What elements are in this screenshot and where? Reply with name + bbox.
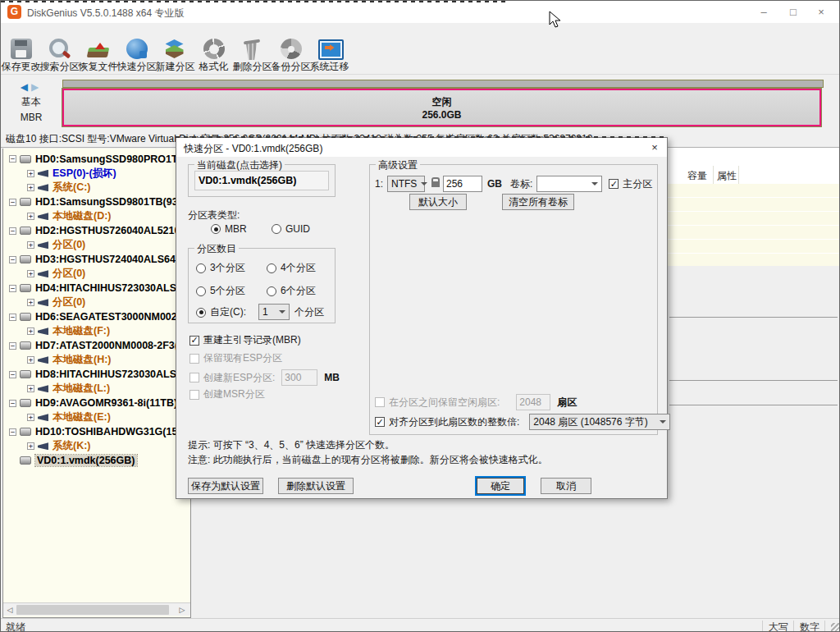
tree-toggle-icon[interactable]: −: [9, 371, 16, 378]
checkbox-msr[interactable]: 创建MSR分区: [189, 387, 265, 401]
tree-item[interactable]: − HD10:TOSHIBAHDWG31G(15TB): [3, 425, 191, 440]
free-space-bar[interactable]: 空闲 256.0GB: [62, 89, 821, 126]
checkbox-icon[interactable]: [189, 390, 199, 400]
toolbar-button[interactable]: 搜索分区: [40, 37, 79, 74]
tree-item[interactable]: VD0:1.vmdk(256GB): [3, 454, 191, 469]
toolbar-button[interactable]: 恢复文件: [79, 37, 117, 74]
close-button[interactable]: ×: [805, 1, 838, 24]
checkbox-keep-esp[interactable]: 保留现有ESP分区: [189, 351, 282, 365]
tree-item[interactable]: − HD4:HITACHIHUS723030ALS640(: [3, 282, 191, 296]
radio-icon[interactable]: [267, 263, 276, 273]
tree-toggle-icon[interactable]: +: [27, 184, 34, 191]
tree-item[interactable]: + 系统(K:): [3, 439, 191, 454]
radio-icon[interactable]: [267, 286, 276, 296]
checkbox-icon[interactable]: [375, 417, 385, 427]
column-capacity[interactable]: 容量: [687, 169, 707, 183]
radio-icon[interactable]: [196, 286, 206, 296]
toolbar-button[interactable]: 备份分区: [272, 37, 310, 74]
cancel-button[interactable]: 取消: [541, 478, 591, 494]
keep-free-input[interactable]: 2048: [516, 394, 550, 410]
checkbox-icon[interactable]: [375, 397, 385, 407]
toolbar-button[interactable]: 保存更改: [2, 37, 40, 74]
default-size-button[interactable]: 默认大小: [409, 194, 467, 210]
tree-item[interactable]: + 本地磁盘(F:): [3, 324, 191, 339]
tree-item[interactable]: − HD2:HGSTHUS726040AL5210(372: [3, 224, 191, 239]
radio-guid[interactable]: GUID: [272, 223, 310, 235]
resize-grip[interactable]: [831, 623, 839, 631]
tree-item[interactable]: + 本地磁盘(H:): [3, 353, 191, 368]
lock-icon[interactable]: [431, 181, 440, 187]
primary-partition-checkbox[interactable]: [609, 179, 619, 189]
tree-item[interactable]: + 分区(0): [3, 295, 191, 310]
radio-mbr[interactable]: MBR: [211, 223, 247, 235]
tree-item[interactable]: − HD6:SEAGATEST3000NM0023(279: [3, 310, 191, 325]
delete-default-button[interactable]: 删除默认设置: [278, 478, 354, 494]
column-attributes[interactable]: 属性: [717, 169, 737, 183]
volume-label-select[interactable]: [536, 176, 602, 192]
tree-toggle-icon[interactable]: +: [27, 299, 34, 306]
toolbar-button[interactable]: 快速分区: [117, 37, 156, 74]
radio-5-partitions[interactable]: 5个分区: [196, 284, 245, 298]
tree-item[interactable]: + 本地磁盘(D:): [3, 209, 191, 224]
clear-labels-button[interactable]: 清空所有卷标: [502, 194, 574, 210]
tree-toggle-icon[interactable]: −: [9, 285, 16, 292]
tree-item[interactable]: + ESP(0)-(损坏): [3, 167, 191, 181]
radio-4-partitions[interactable]: 4个分区: [267, 261, 316, 275]
dialog-title-bar[interactable]: 快速分区 - VD0:1.vmdk(256GB) ×: [176, 138, 667, 157]
checkbox-icon[interactable]: [189, 373, 199, 382]
count-select[interactable]: 1: [258, 304, 290, 320]
tree-item[interactable]: + 分区(0): [3, 267, 191, 282]
radio-3-partitions[interactable]: 3个分区: [196, 261, 245, 275]
tree-toggle-icon[interactable]: −: [9, 400, 16, 407]
radio-icon[interactable]: [196, 308, 206, 318]
tree-toggle-icon[interactable]: −: [9, 227, 16, 235]
current-disk-value[interactable]: VD0:1.vmdk(256GB): [194, 171, 329, 190]
tree-toggle-icon[interactable]: +: [27, 170, 34, 177]
tree-toggle-icon[interactable]: +: [27, 213, 34, 220]
tree-item[interactable]: − HD3:HGSTHUS724040ALS640(372: [3, 253, 191, 268]
scroll-right-icon[interactable]: ▷: [177, 605, 187, 615]
tree-toggle-icon[interactable]: +: [27, 270, 34, 277]
tree-toggle-icon[interactable]: +: [27, 356, 34, 364]
tree-item[interactable]: − HD7:ATAST2000NM0008-2F3(186: [3, 339, 191, 354]
radio-custom-count[interactable]: 自定(C):: [196, 305, 246, 319]
tree-toggle-icon[interactable]: −: [9, 314, 16, 321]
next-disk-arrow-icon[interactable]: ▶: [31, 81, 42, 93]
tree-item[interactable]: + 系统(C:): [3, 181, 191, 195]
tree-item[interactable]: − HD8:HITACHIHUS723030ALS640(: [3, 368, 191, 382]
toolbar-button[interactable]: 系统迁移: [310, 37, 349, 74]
keep-free-sectors-row[interactable]: 在分区之间保留空闲扇区: 2048 扇区: [375, 394, 577, 410]
ok-button[interactable]: 确定: [477, 478, 524, 494]
dialog-close-icon[interactable]: ×: [646, 140, 664, 155]
disk-overview-bar[interactable]: [62, 80, 824, 88]
radio-icon[interactable]: [272, 224, 281, 234]
tree-item[interactable]: + 本地磁盘(E:): [3, 410, 191, 425]
align-row[interactable]: 对齐分区到此扇区数的整数倍: 2048 扇区 (1048576 字节): [375, 414, 670, 430]
tree-item[interactable]: − HD1:SamsungSSD9801TB(932GB): [3, 195, 191, 210]
tree-toggle-icon[interactable]: +: [27, 414, 34, 421]
minimize-button[interactable]: –: [747, 1, 780, 24]
radio-6-partitions[interactable]: 6个分区: [267, 284, 316, 298]
tree-item[interactable]: + 分区(0): [3, 238, 191, 253]
checkbox-icon[interactable]: [189, 354, 199, 364]
checkbox-rebuild-mbr[interactable]: 重建主引导记录(MBR): [189, 333, 301, 347]
tree-toggle-icon[interactable]: +: [27, 385, 34, 392]
tree-toggle-icon[interactable]: +: [27, 442, 34, 450]
tree-toggle-icon[interactable]: −: [9, 428, 16, 436]
scroll-left-icon[interactable]: ◁: [5, 605, 15, 615]
tree-toggle-icon[interactable]: +: [27, 327, 34, 335]
scrollbar-thumb[interactable]: [16, 605, 169, 615]
prev-disk-arrow-icon[interactable]: ◀: [21, 81, 31, 93]
tree-toggle-icon[interactable]: −: [9, 342, 16, 350]
toolbar-button[interactable]: 删除分区: [233, 37, 272, 74]
tree-item[interactable]: − HD9:AVAGOMR9361-8i(11TB): [3, 396, 191, 411]
save-default-button[interactable]: 保存为默认设置: [188, 478, 263, 494]
align-select[interactable]: 2048 扇区 (1048576 字节): [529, 414, 670, 430]
tree-toggle-icon[interactable]: −: [9, 256, 16, 263]
tree-toggle-icon[interactable]: −: [9, 199, 16, 206]
radio-icon[interactable]: [211, 224, 221, 234]
toolbar-button[interactable]: 格式化: [194, 37, 233, 74]
filesystem-select[interactable]: NTFS: [387, 176, 425, 192]
checkbox-icon[interactable]: [189, 336, 199, 346]
checkbox-new-esp[interactable]: 创建新ESP分区: 300 MB: [189, 369, 340, 386]
